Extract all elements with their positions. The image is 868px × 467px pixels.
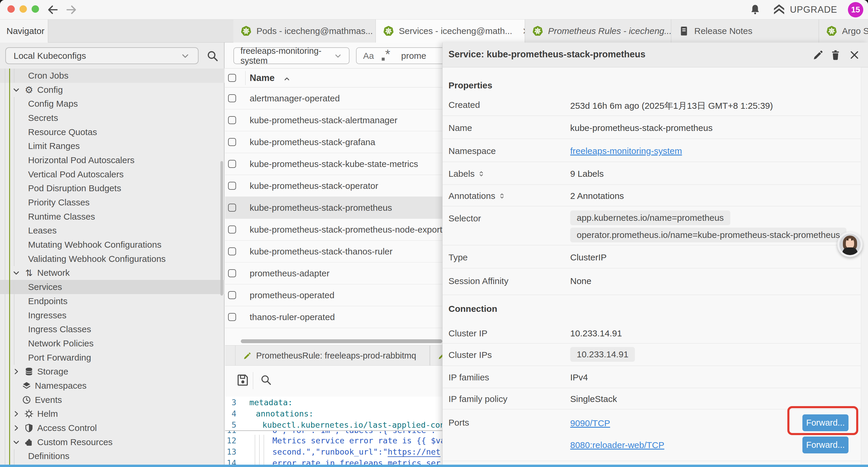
row-checkbox[interactable] bbox=[228, 94, 236, 102]
editor-tab-partial[interactable] bbox=[430, 346, 442, 366]
sidebar-item-runtime-classes[interactable]: Runtime Classes bbox=[0, 209, 224, 224]
row-checkbox[interactable] bbox=[228, 247, 236, 255]
sidebar-scrollbar[interactable] bbox=[220, 161, 223, 296]
sidebar-group-config[interactable]: ⚙ Config bbox=[0, 83, 224, 97]
sidebar-item-namespaces[interactable]: Namespaces bbox=[0, 379, 224, 393]
row-checkbox[interactable] bbox=[228, 182, 236, 190]
row-checkbox[interactable] bbox=[228, 226, 236, 233]
notification-count-badge[interactable]: 15 bbox=[848, 2, 863, 18]
match-case-toggle[interactable]: Aa bbox=[363, 51, 374, 61]
yaml-line: kubectl.kubernetes.io/last-applied-con bbox=[243, 420, 442, 430]
editor-search-icon[interactable] bbox=[259, 373, 272, 386]
tab-navigator[interactable]: Navigator bbox=[0, 20, 48, 42]
window-close-button[interactable] bbox=[7, 5, 15, 13]
sidebar-group-custom-resources[interactable]: Custom Resources bbox=[0, 435, 224, 449]
sidebar-item-ingress-classes[interactable]: Ingress Classes bbox=[0, 322, 224, 337]
bell-icon[interactable] bbox=[749, 3, 762, 16]
sidebar-item-vertical-pod-autoscalers[interactable]: Vertical Pod Autoscalers bbox=[0, 167, 224, 181]
kubeconfig-selector[interactable]: Local Kubeconfigs bbox=[5, 47, 198, 64]
save-icon[interactable] bbox=[236, 373, 250, 387]
table-row[interactable]: prometheus-operated bbox=[225, 284, 442, 306]
filter-input[interactable]: Aa * prome bbox=[356, 47, 442, 64]
chevron-down-icon[interactable] bbox=[12, 438, 21, 447]
table-row[interactable]: kube-prometheus-stack-grafana bbox=[225, 131, 442, 153]
sidebar-group-access-control[interactable]: Access Control bbox=[0, 421, 224, 435]
port-link-9090[interactable]: 9090/TCP bbox=[570, 418, 610, 428]
sidebar-item-events[interactable]: Events bbox=[0, 393, 224, 407]
table-row[interactable]: kube-prometheus-stack-kube-state-metrics bbox=[225, 153, 442, 175]
window-minimize-button[interactable] bbox=[20, 5, 27, 13]
sidebar-item-mutating-webhook-configurations[interactable]: Mutating Webhook Configurations bbox=[0, 238, 224, 252]
sidebar-item-validating-webhook-configurations[interactable]: Validating Webhook Configurations bbox=[0, 252, 224, 266]
tab-close-icon[interactable]: ✕ bbox=[522, 26, 525, 36]
regex-toggle[interactable]: * bbox=[382, 50, 394, 62]
row-checkbox[interactable] bbox=[228, 204, 236, 212]
column-header-name[interactable]: Name bbox=[250, 73, 275, 83]
port-link-8080[interactable]: 8080:reloader-web/TCP bbox=[570, 440, 664, 450]
table-row[interactable]: alertmanager-operated bbox=[225, 87, 442, 109]
chevron-right-icon[interactable] bbox=[12, 367, 21, 376]
select-all-checkbox[interactable] bbox=[228, 74, 236, 82]
chevron-down-icon[interactable] bbox=[12, 85, 21, 94]
sidebar-item-config-maps[interactable]: Config Maps bbox=[0, 97, 224, 111]
edit-pencil-icon[interactable] bbox=[812, 49, 824, 61]
table-row[interactable]: kube-prometheus-stack-prometheus-node-ex… bbox=[225, 219, 442, 241]
sidebar-item-pod-disruption-budgets[interactable]: Pod Disruption Budgets bbox=[0, 181, 224, 196]
trash-icon[interactable] bbox=[830, 49, 841, 61]
close-icon[interactable] bbox=[848, 49, 860, 61]
table-row[interactable]: kube-prometheus-stack-alertmanager bbox=[225, 109, 442, 131]
forward-button-8080[interactable]: Forward... bbox=[802, 437, 848, 454]
back-arrow-icon[interactable] bbox=[47, 4, 59, 16]
chevron-right-icon[interactable] bbox=[12, 409, 21, 418]
tab-argo[interactable]: Argo Se bbox=[819, 20, 868, 42]
sidebar-item-secrets[interactable]: Secrets bbox=[0, 111, 224, 125]
row-checkbox[interactable] bbox=[228, 138, 236, 146]
sidebar-item-priority-classes[interactable]: Priority Classes bbox=[0, 195, 224, 209]
sidebar-group-network[interactable]: ⇅ Network bbox=[0, 266, 224, 280]
table-row[interactable]: thanos-ruler-operated bbox=[225, 306, 442, 328]
table-row[interactable]: kube-prometheus-stack-thanos-ruler bbox=[225, 241, 442, 262]
table-row-selected[interactable]: kube-prometheus-stack-prometheus bbox=[225, 197, 442, 219]
expand-collapse-icon[interactable] bbox=[498, 192, 506, 200]
sidebar-item-network-policies[interactable]: Network Policies bbox=[0, 337, 224, 351]
yaml-editor[interactable]: 3metadata: 4annotations: 5kubectl.kubern… bbox=[225, 397, 442, 467]
chevron-right-icon[interactable] bbox=[12, 424, 21, 432]
row-checkbox[interactable] bbox=[228, 291, 236, 299]
sidebar-item-services[interactable]: Services bbox=[0, 280, 224, 294]
namespace-link[interactable]: freeleaps-monitoring-system bbox=[570, 146, 682, 156]
horizontal-scrollbar[interactable] bbox=[241, 339, 442, 343]
sidebar-item-cron-jobs[interactable]: Cron Jobs bbox=[0, 68, 224, 83]
tab-release-notes[interactable]: Release Notes bbox=[671, 20, 819, 42]
search-icon[interactable] bbox=[206, 49, 219, 63]
namespace-selector[interactable]: freeleaps-monitoring-system bbox=[234, 47, 349, 64]
sidebar-group-storage[interactable]: Storage bbox=[0, 364, 224, 379]
url-link[interactable]: https://net bbox=[388, 447, 440, 457]
sidebar-item-ingresses[interactable]: Ingresses bbox=[0, 308, 224, 322]
tab-pods[interactable]: Pods - icecheng@mathmas... bbox=[234, 20, 376, 42]
sidebar-item-resource-quotas[interactable]: Resource Quotas bbox=[0, 125, 224, 139]
editor-tab-prometheusrule[interactable]: PrometheusRule: freeleaps-prod-rabbitmq bbox=[235, 346, 430, 366]
row-checkbox[interactable] bbox=[228, 160, 236, 168]
chevron-down-icon[interactable] bbox=[12, 268, 21, 277]
sidebar-item-limit-ranges[interactable]: Limit Ranges bbox=[0, 139, 224, 153]
sidebar-item-horizontal-pod-autoscalers[interactable]: Horizontal Pod Autoscalers bbox=[0, 153, 224, 167]
expand-collapse-icon[interactable] bbox=[477, 170, 485, 178]
tab-prometheus-rules[interactable]: Prometheus Rules - icecheng... bbox=[525, 20, 671, 42]
avatar[interactable] bbox=[837, 232, 863, 257]
upgrade-button[interactable]: UPGRADE bbox=[772, 3, 837, 17]
sort-ascending-icon[interactable] bbox=[283, 75, 291, 83]
detail-scrollbar[interactable] bbox=[861, 67, 868, 467]
table-row[interactable]: kube-prometheus-stack-operator bbox=[225, 175, 442, 197]
forward-arrow-icon[interactable] bbox=[65, 4, 78, 16]
row-checkbox[interactable] bbox=[228, 313, 236, 321]
sidebar-item-leases[interactable]: Leases bbox=[0, 224, 224, 238]
sidebar-group-helm[interactable]: Helm bbox=[0, 407, 224, 421]
sidebar-item-definitions[interactable]: Definitions bbox=[0, 449, 224, 463]
tab-services[interactable]: Services - icecheng@math... ✕ bbox=[376, 20, 525, 42]
sidebar-item-endpoints[interactable]: Endpoints bbox=[0, 294, 224, 308]
window-zoom-button[interactable] bbox=[32, 5, 39, 13]
row-checkbox[interactable] bbox=[228, 116, 236, 124]
row-checkbox[interactable] bbox=[228, 269, 236, 277]
sidebar-item-port-forwarding[interactable]: Port Forwarding bbox=[0, 351, 224, 365]
table-row[interactable]: prometheus-adapter bbox=[225, 262, 442, 284]
